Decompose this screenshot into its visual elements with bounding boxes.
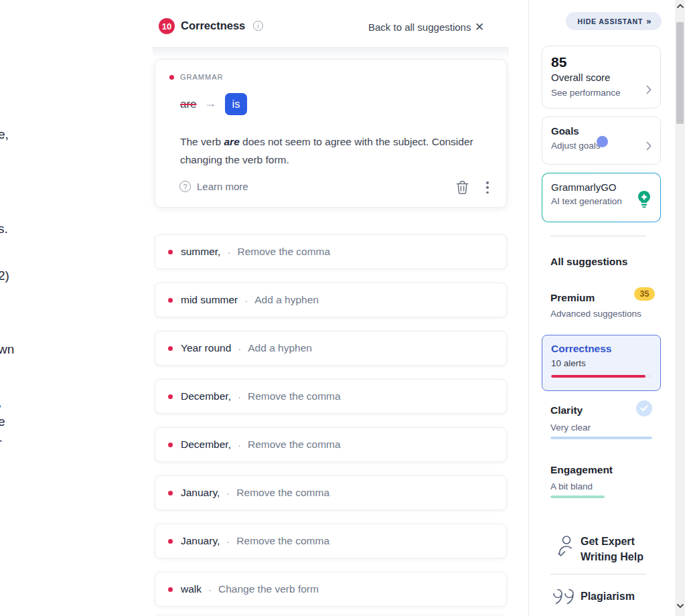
chevron-right-icon (646, 141, 652, 153)
expert-line-1: Get Expert (581, 534, 643, 549)
suggestion-action: Remove the comma (248, 439, 341, 451)
question-icon: ? (179, 181, 191, 192)
document-fragment: 2) (0, 268, 9, 283)
goals-card[interactable]: Goals Adjust goals (542, 117, 661, 165)
suggestion-text: January, (181, 487, 220, 499)
sidebar-divider (550, 236, 646, 236)
premium-tab[interactable]: Premium (550, 292, 595, 304)
suggestion-row[interactable]: January, · Remove the comma (155, 475, 507, 510)
alert-dot (168, 346, 173, 351)
suggestion-row[interactable]: January, · Remove the comma (155, 524, 507, 558)
correctness-count-badge: 10 (159, 18, 175, 34)
kebab-icon (486, 181, 489, 184)
description-emphasis: are (224, 136, 239, 147)
delete-suggestion-button[interactable] (456, 180, 469, 197)
arrow-icon: → (204, 96, 216, 110)
correctness-tab-title: Correctness (551, 343, 652, 355)
goals-title: Goals (551, 125, 652, 137)
alert-dot (168, 394, 173, 399)
see-performance-link[interactable]: See performance (551, 88, 652, 98)
suggestion-action: Add a hyphen (248, 342, 312, 354)
document-fragment: e, (0, 127, 9, 142)
goals-notification-dot (597, 136, 608, 147)
scrollbar-thumb[interactable] (676, 22, 684, 124)
panel-title: Correctness (181, 19, 245, 32)
suggestion-row[interactable]: December, · Remove the comma (155, 427, 507, 462)
document-fragment: s. (0, 222, 8, 236)
sidebar-divider (550, 574, 646, 574)
replacement-button[interactable]: is (225, 93, 247, 115)
correctness-progress-track (551, 375, 652, 378)
close-icon[interactable]: ✕ (475, 20, 484, 34)
suggestion-row[interactable]: mid summer · Add a hyphen (155, 283, 507, 317)
separator: · (208, 584, 212, 595)
engagement-progress-track (550, 495, 652, 498)
premium-subtitle: Advanced suggestions (550, 309, 641, 319)
clarity-progress-track (550, 437, 652, 439)
correctness-status: 10 alerts (551, 358, 652, 368)
info-icon[interactable]: i (253, 21, 263, 31)
suggestion-text: summer, (181, 246, 220, 258)
more-options-button[interactable] (483, 181, 492, 194)
learn-more-label: Learn more (197, 181, 248, 192)
assistant-sidebar: HIDE ASSISTANT » 85 Overall score See pe… (529, 0, 675, 616)
separator: · (238, 391, 241, 402)
separator: · (244, 295, 248, 306)
correctness-progress-fill (551, 375, 645, 378)
alert-dot (168, 443, 173, 447)
expert-line-2: Writing Help (581, 549, 643, 564)
suggestion-list: summer, · Remove the comma mid summer · … (155, 234, 507, 616)
grammarly-assistant-panel: e, s. 2) wn , e - 10 Correctness i Back … (0, 0, 685, 616)
scroll-up-icon[interactable] (675, 1, 685, 11)
alert-dot (168, 298, 173, 303)
header-scroll-shadow (153, 47, 509, 56)
hide-assistant-label: HIDE ASSISTANT (578, 17, 643, 25)
alert-dot (168, 491, 173, 495)
separator: · (226, 536, 230, 547)
suggestion-action: Remove the comma (236, 487, 329, 499)
get-expert-writing-help-link[interactable]: Get Expert Writing Help (581, 534, 643, 564)
hide-assistant-button[interactable]: HIDE ASSISTANT » (566, 12, 662, 30)
category-dot (169, 75, 174, 80)
suggestion-row[interactable]: Year round · Add a hyphen (155, 331, 507, 366)
grammarlygo-card[interactable]: GrammarlyGO AI text generation (542, 173, 661, 222)
suggestion-row[interactable]: December, · Remove the comma (155, 379, 507, 414)
premium-count-badge: 35 (634, 287, 655, 301)
separator: · (227, 246, 230, 258)
plagiarism-link[interactable]: Plagiarism (581, 591, 635, 603)
separator: · (238, 343, 241, 354)
expanded-suggestion-card: GRAMMAR are → is The verb are does not s… (155, 59, 507, 208)
engagement-progress-fill (550, 495, 605, 498)
clarity-tab[interactable]: Clarity (550, 404, 583, 416)
lightbulb-icon (637, 190, 652, 211)
clarity-check-icon (636, 400, 652, 416)
scrollbar[interactable] (675, 0, 685, 616)
suggestion-text: Year round (181, 342, 231, 354)
clarity-status: Very clear (550, 422, 591, 433)
suggestion-action: Add a hyphen (254, 294, 319, 306)
chevron-right-icon (646, 85, 652, 97)
document-fragment: , (0, 395, 1, 410)
suggestion-row[interactable]: summer, · Remove the comma (155, 234, 507, 269)
document-fragment: e (0, 414, 5, 429)
suggestion-row[interactable]: walk · Change the verb form (155, 572, 507, 607)
suggestion-action: Remove the comma (236, 535, 329, 547)
expert-writer-icon (556, 534, 576, 560)
alert-dot (168, 250, 173, 254)
category-label: GRAMMAR (180, 73, 223, 81)
document-fragment: - (0, 433, 2, 448)
engagement-tab[interactable]: Engagement (550, 464, 613, 476)
suggestion-action: Change the verb form (218, 583, 319, 595)
suggestion-action: Remove the comma (248, 390, 341, 402)
all-suggestions-heading[interactable]: All suggestions (550, 256, 627, 268)
suggestion-text: December, (181, 390, 231, 402)
back-to-all-suggestions-link[interactable]: Back to all suggestions (368, 21, 471, 33)
scroll-down-icon[interactable] (675, 601, 685, 611)
suggestion-text: mid summer (181, 294, 238, 306)
separator: · (238, 439, 241, 451)
learn-more-button[interactable]: ? Learn more (179, 181, 248, 192)
overall-score-card[interactable]: 85 Overall score See performance (542, 46, 661, 108)
correctness-tab-selected[interactable]: Correctness 10 alerts (542, 335, 661, 391)
suggestion-description: The verb are does not seem to agree with… (180, 133, 488, 169)
double-chevron-icon: » (646, 16, 650, 26)
